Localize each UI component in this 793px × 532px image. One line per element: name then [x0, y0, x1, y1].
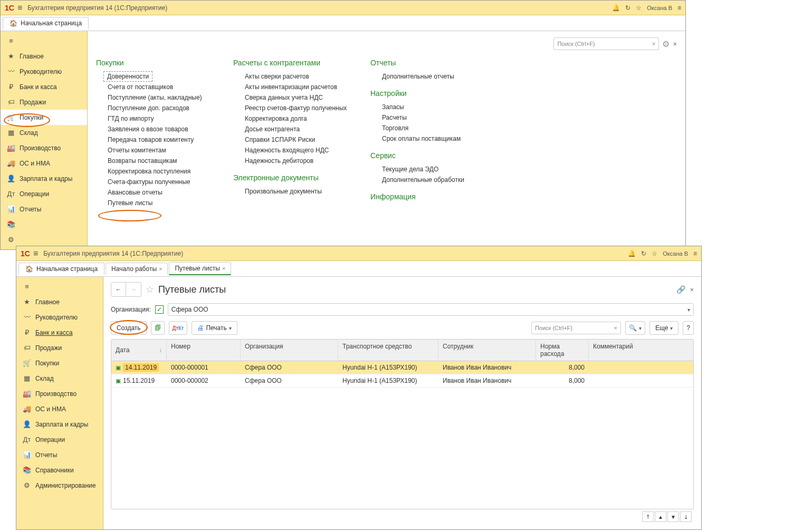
tab-waybills[interactable]: Путевые листы ×	[169, 262, 231, 275]
menu-item[interactable]: Дополнительные обработки	[380, 175, 486, 185]
sidebar-item-manager[interactable]: 〰Руководителю	[1, 64, 87, 79]
clear-icon[interactable]: ×	[652, 41, 655, 47]
menu-item[interactable]: Расчеты	[380, 112, 486, 123]
close-icon[interactable]: ×	[222, 265, 225, 272]
menu-item[interactable]: Авансовые отчеты	[106, 187, 212, 198]
sidebar-item-assets[interactable]: 🚚ОС и НМА	[1, 156, 87, 171]
sidebar-item-bank[interactable]: ₽Банк и касса	[1, 79, 87, 94]
menu-icon[interactable]: ≡	[33, 249, 38, 258]
user-menu-icon[interactable]: ≡	[677, 4, 681, 12]
sidebar-toggle[interactable]: ≡	[1, 33, 87, 49]
sidebar-item-production[interactable]: 🏭Производство	[1, 140, 87, 156]
sidebar-toggle[interactable]: ≡	[16, 279, 103, 294]
th-comment[interactable]: Комментарий	[589, 340, 693, 361]
search-button[interactable]: 🔍▾	[625, 321, 645, 335]
user-menu-icon[interactable]: ≡	[693, 250, 697, 257]
sidebar-item-bank[interactable]: ₽Банк и касса	[16, 325, 103, 340]
home-tab[interactable]: 🏠 Начальная страница	[18, 263, 104, 275]
menu-item[interactable]: Срок оплаты поставщикам	[380, 133, 486, 144]
sidebar-item-production[interactable]: 🏭Производство	[16, 386, 103, 401]
back-button[interactable]: ←	[111, 283, 126, 296]
sidebar-item-assets[interactable]: 🚚ОС и НМА	[16, 401, 103, 417]
menu-item[interactable]: Реестр счетов-фактур полученных	[243, 103, 349, 113]
sidebar-item-main[interactable]: ★Главное	[1, 49, 87, 64]
menu-item[interactable]: Поступление (акты, накладные)	[106, 92, 212, 103]
menu-item[interactable]: Текущие дела ЭДО	[380, 164, 486, 175]
search-input[interactable]: Поиск (Ctrl+F) ×	[553, 37, 659, 50]
menu-item[interactable]: Счета от поставщиков	[106, 82, 212, 92]
user-name[interactable]: Оксана В	[647, 5, 672, 11]
sidebar-item-sales[interactable]: 🏷Продажи	[16, 340, 103, 355]
create-button[interactable]: Создать	[111, 321, 147, 335]
menu-item[interactable]: Дополнительные отчеты	[380, 71, 486, 82]
menu-item[interactable]: Запасы	[380, 102, 486, 112]
org-select[interactable]: Сфера ООО ▾	[168, 303, 694, 316]
menu-icon[interactable]: ≡	[17, 3, 22, 13]
sidebar-item-admin[interactable]: ⚙Администрирование	[16, 478, 103, 493]
settings-icon[interactable]: ⚙	[662, 39, 670, 49]
menu-item[interactable]: Доверенности	[103, 71, 152, 82]
menu-item[interactable]: Акты инвентаризации расчетов	[243, 82, 349, 92]
more-button[interactable]: Еще▾	[649, 321, 679, 335]
sidebar-item-operations[interactable]: ДтОперации	[1, 186, 87, 201]
link-icon[interactable]: 🔗	[676, 285, 685, 294]
table-row[interactable]: ▣14.11.2019 0000-000001 Сфера ООО Hyunda…	[111, 361, 693, 374]
scroll-down-button[interactable]: ▼	[667, 511, 679, 522]
menu-item[interactable]: Надежность дебиторов	[243, 156, 349, 166]
th-rate[interactable]: Норма расхода	[536, 340, 589, 361]
th-number[interactable]: Номер	[167, 340, 241, 361]
print-button[interactable]: 🖨Печать▾	[192, 321, 237, 335]
sidebar-item-manager[interactable]: 〰Руководителю	[16, 309, 103, 325]
home-tab[interactable]: 🏠 Начальная страница	[3, 17, 89, 29]
sidebar-item-warehouse[interactable]: ▦Склад	[1, 125, 87, 140]
th-employee[interactable]: Сотрудник	[438, 340, 536, 361]
menu-item[interactable]: Корректировка долга	[243, 113, 349, 124]
star-icon[interactable]: ☆	[636, 4, 642, 12]
dtkt-button[interactable]: ДтКт	[169, 321, 188, 335]
sidebar-item-purchases[interactable]: 🛒Покупки	[1, 110, 87, 125]
menu-item[interactable]: Досье контрагента	[243, 124, 349, 134]
menu-item[interactable]: Сверка данных учета НДС	[243, 92, 349, 103]
sidebar-item-admin[interactable]: ⚙	[1, 232, 87, 247]
tab-start[interactable]: Начало работы ×	[106, 263, 168, 275]
close-icon[interactable]: ×	[673, 40, 677, 48]
th-vehicle[interactable]: Транспортное средство	[338, 340, 438, 361]
sidebar-item-reference[interactable]: 📚Справочники	[16, 462, 103, 478]
sidebar-item-main[interactable]: ★Главное	[16, 294, 103, 309]
table-row[interactable]: ▣15.11.2019 0000-000002 Сфера ООО Hyunda…	[111, 374, 693, 388]
menu-item[interactable]: Счета-фактуры полученные	[106, 177, 212, 187]
sidebar-item-operations[interactable]: ДтОперации	[16, 432, 103, 447]
menu-item[interactable]: Торговля	[380, 123, 486, 133]
menu-item[interactable]: Передача товаров комитенту	[106, 134, 212, 145]
menu-item[interactable]: Надежность входящего НДС	[243, 145, 349, 156]
menu-item[interactable]: Произвольные документы	[243, 186, 349, 197]
sidebar-item-reports[interactable]: 📊Отчеты	[16, 447, 103, 462]
menu-item[interactable]: Корректировка поступления	[106, 166, 212, 177]
menu-item[interactable]: Акты сверки расчетов	[243, 71, 349, 82]
org-checkbox[interactable]: ✓	[155, 305, 164, 314]
sidebar-item-purchases[interactable]: 🛒Покупки	[16, 355, 103, 371]
help-button[interactable]: ?	[683, 321, 694, 335]
copy-button[interactable]: 🗐	[151, 321, 165, 335]
sidebar-item-hr[interactable]: 👤Зарплата и кадры	[1, 171, 87, 186]
sidebar-item-reports[interactable]: 📊Отчеты	[1, 201, 87, 217]
th-organization[interactable]: Организация	[241, 340, 338, 361]
close-icon[interactable]: ×	[690, 286, 694, 294]
sidebar-item-hr[interactable]: 👤Зарплата и кадры	[16, 417, 103, 432]
scroll-bottom-button[interactable]: ⤓	[680, 511, 692, 522]
menu-item[interactable]: ГТД по импорту	[106, 113, 212, 124]
menu-item[interactable]: Справки 1СПАРК Риски	[243, 134, 349, 145]
menu-item[interactable]: Отчеты комитентам	[106, 145, 212, 156]
th-date[interactable]: Дата↓	[111, 340, 167, 361]
scroll-up-button[interactable]: ▲	[655, 511, 666, 522]
bell-icon[interactable]: 🔔	[612, 4, 620, 12]
forward-button[interactable]: →	[126, 283, 141, 296]
sidebar-item-warehouse[interactable]: ▦Склад	[16, 371, 103, 386]
user-name[interactable]: Оксана В	[663, 250, 688, 257]
favorite-icon[interactable]: ☆	[146, 284, 154, 295]
star-icon[interactable]: ☆	[652, 250, 657, 257]
menu-item[interactable]: Поступление доп. расходов	[106, 103, 212, 113]
table-search-input[interactable]: Поиск (Ctrl+F) ×	[531, 322, 621, 334]
history-icon[interactable]: ↻	[641, 250, 646, 257]
close-icon[interactable]: ×	[159, 266, 162, 272]
